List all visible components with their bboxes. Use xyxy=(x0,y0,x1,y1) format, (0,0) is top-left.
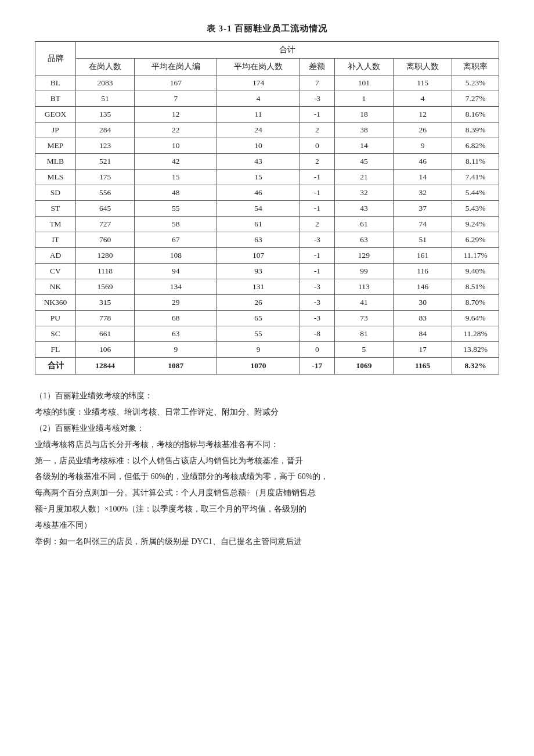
table-cell-value: 0 xyxy=(300,138,334,154)
table-cell-value: 9 xyxy=(394,138,452,154)
table-cell-value: 315 xyxy=(76,295,135,311)
table-row: FL10699051713.82% xyxy=(35,342,499,358)
table-cell-value: 63 xyxy=(334,232,393,248)
table-cell-value: 1070 xyxy=(217,358,300,375)
table-cell-brand: JP xyxy=(35,123,76,138)
table-cell-value: 5.43% xyxy=(452,201,499,217)
table-cell-value: 123 xyxy=(76,138,135,154)
table-row: ST6455554-143375.43% xyxy=(35,201,499,217)
table-cell-value: 41 xyxy=(334,295,393,311)
table-cell-value: 101 xyxy=(334,75,393,91)
table-cell-value: 146 xyxy=(394,279,452,295)
table-cell-value: 521 xyxy=(76,154,135,170)
table-cell-brand: IT xyxy=(35,232,76,248)
table-cell-value: 8.11% xyxy=(452,154,499,170)
table-cell-value: -1 xyxy=(300,170,334,185)
table-cell-value: -1 xyxy=(300,185,334,201)
table-cell-value: 1069 xyxy=(334,358,393,375)
table-cell-value: 15 xyxy=(135,170,217,185)
table-cell-value: 6.29% xyxy=(452,232,499,248)
table-cell-value: 129 xyxy=(334,248,393,264)
table-cell-value: 9.24% xyxy=(452,217,499,232)
table-cell-value: 12844 xyxy=(76,358,135,375)
table-cell-value: 2 xyxy=(300,154,334,170)
table-row: BL208316717471011155.23% xyxy=(35,75,499,91)
table-cell-value: 30 xyxy=(394,295,452,311)
table-cell-value: 108 xyxy=(135,248,217,264)
table-cell-value: 46 xyxy=(217,185,300,201)
table-cell-value: -1 xyxy=(300,201,334,217)
table-cell-value: 14 xyxy=(394,170,452,185)
table-cell-brand: MLS xyxy=(35,170,76,185)
table-cell-value: 94 xyxy=(135,264,217,279)
table-cell-value: 73 xyxy=(334,311,393,326)
table-cell-value: 4 xyxy=(217,91,300,107)
table-cell-value: 6.82% xyxy=(452,138,499,154)
table-cell-value: 727 xyxy=(76,217,135,232)
table-cell-value: 284 xyxy=(76,123,135,138)
table-cell-value: 55 xyxy=(135,201,217,217)
table-cell-value: 167 xyxy=(135,75,217,91)
table-row: GEOX1351211-118128.16% xyxy=(35,107,499,123)
table-cell-value: 43 xyxy=(334,201,393,217)
table-row: SD5564846-132325.44% xyxy=(35,185,499,201)
table-cell-value: 58 xyxy=(135,217,217,232)
table-cell-value: 48 xyxy=(135,185,217,201)
table-cell-value: 12 xyxy=(135,107,217,123)
table-cell-value: 2 xyxy=(300,217,334,232)
table-cell-value: 51 xyxy=(394,232,452,248)
table-row: SC6616355-8818411.28% xyxy=(35,326,499,342)
text-line: 各级别的考核基准不同，但低于 60%的，业绩部分的考核成绩为零，高于 60%的， xyxy=(35,469,499,484)
table-cell-value: 1 xyxy=(334,91,393,107)
table-cell-value: 8.70% xyxy=(452,295,499,311)
text-line: 每高两个百分点则加一分。其计算公式：个人月度销售总额÷（月度店铺销售总 xyxy=(35,485,499,501)
table-cell-value: 0 xyxy=(300,342,334,358)
table-cell-value: 1165 xyxy=(394,358,452,375)
table-cell-brand: BT xyxy=(35,91,76,107)
table-cell-value: 135 xyxy=(76,107,135,123)
table-cell-value: 46 xyxy=(394,154,452,170)
data-table: 品牌 合计 在岗人数 平均在岗人编 平均在岗人数 差额 补入人数 离职人数 离职… xyxy=(35,41,499,375)
table-cell-value: 9.40% xyxy=(452,264,499,279)
table-cell-value: 5.44% xyxy=(452,185,499,201)
table-row: MLB5214243245468.11% xyxy=(35,154,499,170)
col-header-buru: 补入人数 xyxy=(334,59,393,75)
table-cell-value: 1569 xyxy=(76,279,135,295)
col-header-pingjunzagang-shu: 平均在岗人数 xyxy=(217,59,300,75)
table-cell-value: 67 xyxy=(135,232,217,248)
table-cell-value: -3 xyxy=(300,279,334,295)
table-cell-value: 32 xyxy=(334,185,393,201)
table-cell-value: 2083 xyxy=(76,75,135,91)
table-cell-brand: CV xyxy=(35,264,76,279)
table-cell-value: -1 xyxy=(300,264,334,279)
table-cell-brand: SC xyxy=(35,326,76,342)
table-row: AD1280108107-112916111.17% xyxy=(35,248,499,264)
table-cell-value: 74 xyxy=(394,217,452,232)
table-cell-brand: PU xyxy=(35,311,76,326)
table-cell-value: 175 xyxy=(76,170,135,185)
table-row: IT7606763-363516.29% xyxy=(35,232,499,248)
table-cell-value: 12 xyxy=(394,107,452,123)
table-cell-value: 26 xyxy=(217,295,300,311)
table-cell-value: 63 xyxy=(135,326,217,342)
table-cell-brand: NK xyxy=(35,279,76,295)
table-cell-value: -3 xyxy=(300,311,334,326)
table-cell-value: 43 xyxy=(217,154,300,170)
table-cell-value: 9.64% xyxy=(452,311,499,326)
table-cell-value: 107 xyxy=(217,248,300,264)
table-cell-brand: TM xyxy=(35,217,76,232)
table-cell-value: -3 xyxy=(300,91,334,107)
table-cell-value: 63 xyxy=(217,232,300,248)
table-cell-brand: MEP xyxy=(35,138,76,154)
table-cell-brand: MLB xyxy=(35,154,76,170)
col-header-chae: 差额 xyxy=(300,59,334,75)
table-row: PU7786865-373839.64% xyxy=(35,311,499,326)
table-cell-value: 11.17% xyxy=(452,248,499,264)
table-cell-brand: AD xyxy=(35,248,76,264)
table-cell-value: 68 xyxy=(135,311,217,326)
table-cell-value: 51 xyxy=(76,91,135,107)
table-cell-value: 29 xyxy=(135,295,217,311)
text-line: 业绩考核将店员与店长分开考核，考核的指标与考核基准各有不同： xyxy=(35,437,499,452)
table-cell-value: 161 xyxy=(394,248,452,264)
table-cell-value: 116 xyxy=(394,264,452,279)
